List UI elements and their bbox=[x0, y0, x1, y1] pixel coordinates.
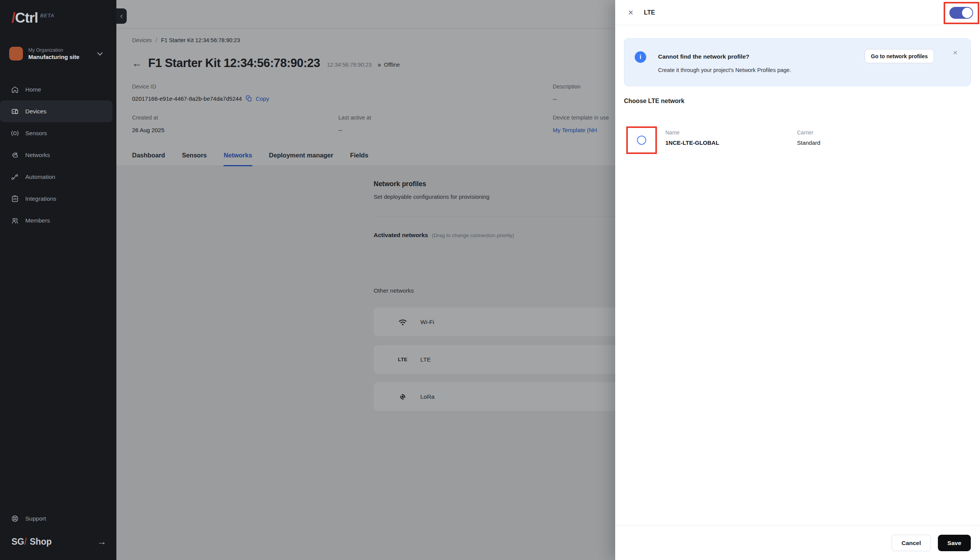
drawer-header: ✕ LTE bbox=[615, 0, 980, 25]
toggle-knob bbox=[962, 8, 972, 18]
shop-slash: / bbox=[24, 537, 27, 547]
org-label: My Organization bbox=[28, 47, 79, 53]
sidebar-item-integrations[interactable]: Integrations bbox=[0, 188, 113, 210]
save-button[interactable]: Save bbox=[938, 535, 971, 551]
networks-icon bbox=[11, 151, 19, 159]
app-window: Devices / F1 Starter Kit 12:34:56:78:90:… bbox=[0, 0, 980, 560]
sidebar-item-sensors[interactable]: Sensors bbox=[0, 122, 113, 144]
shop-label: Shop bbox=[30, 537, 52, 547]
drawer-close-icon[interactable]: ✕ bbox=[628, 8, 634, 17]
sidebar: /CtrlBETA My Organization Manufacturing … bbox=[0, 0, 116, 560]
drawer-footer: Cancel Save bbox=[615, 525, 980, 560]
support-label: Support bbox=[25, 515, 46, 522]
banner-close-icon[interactable]: ✕ bbox=[953, 49, 958, 56]
lifebuoy-icon bbox=[11, 514, 19, 523]
sidebar-item-automation[interactable]: Automation bbox=[0, 166, 113, 188]
info-icon: i bbox=[635, 51, 646, 63]
shop-link[interactable]: SG/Shop → bbox=[0, 529, 116, 560]
lte-enabled-toggle[interactable] bbox=[949, 7, 973, 19]
arrow-right-icon: → bbox=[97, 536, 106, 547]
sidebar-item-networks[interactable]: Networks bbox=[0, 144, 113, 166]
sensors-icon bbox=[11, 129, 19, 138]
org-switcher[interactable]: My Organization Manufacturing site bbox=[9, 45, 107, 62]
sidebar-nav: Home Devices Sensors Networks Automation… bbox=[0, 78, 116, 232]
beta-badge: BETA bbox=[40, 13, 54, 18]
home-icon bbox=[11, 85, 19, 94]
org-name: Manufacturing site bbox=[28, 53, 79, 60]
automation-icon bbox=[11, 173, 19, 181]
devices-icon bbox=[11, 107, 19, 116]
choose-lte-network-label: Choose LTE network bbox=[624, 98, 684, 105]
sidebar-item-label: Integrations bbox=[25, 195, 56, 202]
option-carrier-label: Carrier bbox=[797, 130, 814, 136]
sidebar-bottom: Support SG/Shop → bbox=[0, 508, 116, 560]
shop-sg: SG bbox=[12, 537, 24, 547]
lte-drawer: ✕ LTE i Cannot find the network profile?… bbox=[615, 0, 980, 560]
cancel-button[interactable]: Cancel bbox=[892, 535, 931, 551]
info-banner: i Cannot find the network profile? Creat… bbox=[624, 38, 971, 86]
sidebar-item-home[interactable]: Home bbox=[0, 78, 113, 100]
sidebar-item-label: Automation bbox=[25, 173, 55, 180]
logo-slash: / bbox=[12, 10, 15, 26]
sidebar-item-members[interactable]: Members bbox=[0, 210, 113, 232]
org-avatar bbox=[9, 47, 23, 60]
go-to-network-profiles-button[interactable]: Go to network profiles bbox=[865, 49, 934, 63]
integrations-icon bbox=[11, 195, 19, 203]
option-name-value: 1NCE-LTE-GLOBAL bbox=[665, 140, 719, 146]
chevron-down-icon bbox=[97, 50, 103, 55]
sidebar-item-devices[interactable]: Devices bbox=[0, 100, 113, 122]
sidebar-item-label: Members bbox=[25, 217, 50, 224]
sidebar-item-label: Devices bbox=[25, 108, 47, 115]
app-logo: /CtrlBETA bbox=[12, 10, 52, 26]
network-option-radio[interactable] bbox=[637, 136, 646, 145]
members-icon bbox=[11, 217, 19, 225]
sidebar-item-support[interactable]: Support bbox=[0, 508, 116, 529]
sidebar-item-label: Networks bbox=[25, 152, 50, 158]
sidebar-item-label: Sensors bbox=[25, 130, 47, 137]
drawer-title: LTE bbox=[644, 9, 655, 16]
option-carrier-value: Standard bbox=[797, 140, 821, 146]
sidebar-item-label: Home bbox=[25, 86, 41, 93]
option-name-label: Name bbox=[665, 130, 679, 136]
logo-text: Ctrl bbox=[15, 10, 38, 26]
banner-subtitle: Create it through your project's Network… bbox=[658, 67, 791, 73]
org-text: My Organization Manufacturing site bbox=[28, 47, 79, 60]
banner-title: Cannot find the network profile? bbox=[658, 53, 749, 60]
